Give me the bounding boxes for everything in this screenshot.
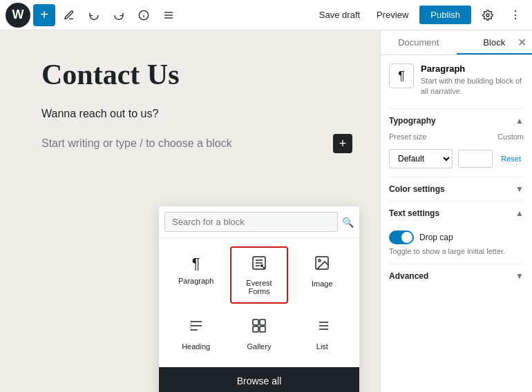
redo-button[interactable] — [108, 4, 130, 26]
drop-cap-toggle[interactable] — [389, 231, 414, 244]
custom-size-input[interactable] — [458, 150, 493, 168]
sidebar: Document Block ✕ ¶ Paragraph Start with … — [380, 30, 532, 392]
settings-button[interactable] — [477, 4, 499, 26]
text-settings-chevron-up-icon: ▲ — [515, 208, 524, 218]
block-item-paragraph[interactable]: ¶ Paragraph — [167, 246, 225, 304]
typography-label: Typography — [389, 116, 436, 126]
svg-rect-15 — [189, 320, 192, 331]
color-settings-chevron-down-icon: ▼ — [515, 184, 524, 194]
undo-button[interactable] — [83, 4, 105, 26]
image-icon — [314, 255, 330, 275]
paragraph-label: Paragraph — [178, 277, 213, 285]
typography-controls: Default Reset — [389, 149, 524, 168]
block-picker: 🔍 ¶ Paragraph — [159, 206, 359, 392]
inline-add-button[interactable]: + — [333, 134, 352, 153]
edit-tool-button[interactable] — [58, 4, 80, 26]
toolbar-right: Save draft Preview Publish ⋮ — [314, 4, 526, 26]
sidebar-content: ¶ Paragraph Start with the building bloc… — [381, 55, 532, 392]
typography-content: Preset size Custom Default Reset — [389, 133, 524, 177]
block-info-desc: Start with the building block of all nar… — [421, 76, 524, 97]
reset-button[interactable]: Reset — [498, 152, 524, 166]
main-area: Contact Us Wanna reach out to us? Start … — [0, 30, 532, 392]
blocks-grid: ¶ Paragraph Eve — [159, 238, 359, 367]
heading-icon — [188, 317, 205, 338]
svg-point-14 — [319, 259, 321, 262]
tab-indicator — [457, 53, 533, 55]
preset-size-row: Preset size Custom Default Reset — [389, 133, 524, 168]
block-search-area: 🔍 — [159, 206, 359, 238]
text-settings-section-header[interactable]: Text settings ▲ — [389, 201, 524, 225]
block-item-image[interactable]: Image — [294, 246, 351, 304]
publish-button[interactable]: Publish — [419, 6, 471, 24]
advanced-section-header[interactable]: Advanced ▼ — [389, 264, 524, 288]
svg-rect-18 — [253, 326, 258, 332]
color-settings-label: Color settings — [389, 184, 445, 194]
svg-line-12 — [263, 267, 265, 268]
wp-logo: W — [6, 3, 30, 28]
block-info: ¶ Paragraph Start with the building bloc… — [389, 63, 524, 97]
heading-label: Heading — [182, 342, 210, 351]
svg-point-11 — [260, 264, 263, 267]
color-settings-section-header[interactable]: Color settings ▼ — [389, 177, 524, 201]
browse-all-button[interactable]: Browse all — [159, 367, 359, 392]
close-sidebar-button[interactable]: ✕ — [517, 36, 526, 49]
everest-forms-label: Everest Forms — [236, 279, 282, 295]
block-item-list[interactable]: List — [294, 309, 351, 359]
block-item-everest-forms[interactable]: Everest Forms — [230, 246, 287, 304]
preview-button[interactable]: Preview — [371, 7, 414, 23]
svg-rect-17 — [260, 320, 265, 325]
info-button[interactable] — [133, 4, 155, 26]
text-settings-content: Drop cap Toggle to show a large initial … — [389, 231, 524, 264]
advanced-chevron-down-icon: ▼ — [515, 271, 524, 281]
add-block-button[interactable]: + — [33, 4, 55, 26]
drop-cap-label: Drop cap — [419, 233, 453, 242]
sidebar-tabs: Document Block ✕ — [381, 30, 532, 55]
list-view-button[interactable] — [158, 4, 180, 26]
tab-document[interactable]: Document — [381, 30, 457, 55]
typography-chevron-up-icon: ▲ — [515, 116, 524, 126]
custom-label: Custom — [497, 133, 524, 141]
editor-area: Contact Us Wanna reach out to us? Start … — [0, 30, 380, 392]
gallery-icon — [251, 317, 267, 338]
subtitle: Wanna reach out to us? — [41, 108, 339, 120]
block-item-gallery[interactable]: Gallery — [230, 309, 287, 359]
advanced-label: Advanced — [389, 271, 428, 281]
block-search-button[interactable]: 🔍 — [342, 217, 354, 228]
block-info-icon: ¶ — [389, 63, 414, 88]
page-title: Contact Us — [41, 58, 339, 91]
save-draft-button[interactable]: Save draft — [314, 7, 365, 23]
image-label: Image — [312, 280, 333, 288]
list-label: List — [316, 342, 328, 351]
preset-size-label: Preset size — [389, 133, 426, 141]
svg-rect-19 — [260, 326, 265, 332]
list-icon — [314, 317, 330, 338]
typography-section-header[interactable]: Typography ▲ — [389, 108, 524, 133]
drop-cap-row: Drop cap — [389, 231, 524, 244]
gallery-label: Gallery — [247, 342, 272, 351]
toolbar-left: W + — [6, 3, 180, 28]
svg-point-6 — [486, 14, 489, 17]
more-options-button[interactable]: ⋮ — [504, 4, 526, 26]
toolbar: W + Save draft Preview Publish ⋮ — [0, 0, 532, 30]
everest-forms-icon — [251, 255, 267, 275]
placeholder-block[interactable]: Start writing or type / to choose a bloc… — [41, 134, 339, 153]
paragraph-icon: ¶ — [192, 255, 200, 273]
block-item-heading[interactable]: Heading — [167, 309, 225, 359]
drop-cap-desc: Toggle to show a large initial letter. — [389, 247, 524, 255]
preset-size-select[interactable]: Default — [389, 149, 453, 168]
svg-rect-16 — [253, 320, 258, 325]
block-info-name: Paragraph — [421, 63, 524, 74]
block-info-text: Paragraph Start with the building block … — [421, 63, 524, 97]
text-settings-label: Text settings — [389, 208, 439, 218]
placeholder-text: Start writing or type / to choose a bloc… — [41, 137, 232, 150]
block-search-input[interactable] — [164, 212, 338, 232]
